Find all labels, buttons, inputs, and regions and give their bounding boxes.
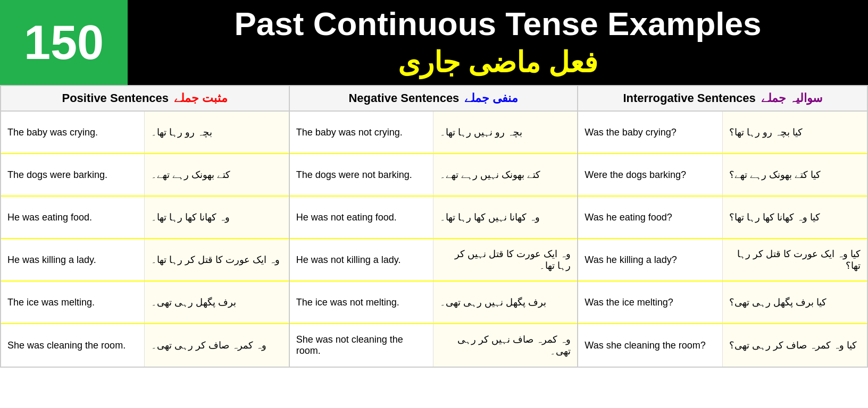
- main-table: The baby was crying. بچہ رو رہا تھا۔ The…: [0, 112, 868, 368]
- negative-urdu-label: منفی جملے: [464, 91, 518, 105]
- table-row: Was he killing a lady? کیا وہ ایک عورت ک…: [578, 239, 867, 282]
- interrogative-urdu-label: سوالیہ جملے: [761, 91, 822, 105]
- negative-label: Negative Sentences: [348, 91, 459, 105]
- positive-english-cell: The baby was crying.: [1, 112, 145, 153]
- interrogative-column: Was the baby crying? کیا بچہ رو رہا تھا؟…: [578, 112, 867, 367]
- positive-urdu-cell: کتے بھونک رہے تھے۔: [145, 154, 288, 196]
- interrogative-header: Interrogative Sentences سوالیہ جملے: [578, 86, 867, 112]
- interrogative-urdu-cell: کیا برف پگھل رہی تھی؟: [723, 282, 867, 323]
- negative-column: The baby was not crying. بچہ رو نہیں رہا…: [290, 112, 579, 367]
- positive-label: Positive Sentences: [62, 91, 169, 105]
- positive-english-cell: The dogs were barking.: [1, 154, 145, 196]
- negative-english-cell: The dogs were not barking.: [290, 154, 433, 196]
- table-row: Was she cleaning the room? کیا وہ کمرہ ص…: [578, 324, 867, 367]
- table-row: He was not killing a lady. وہ ایک عورت ک…: [290, 239, 578, 282]
- table-row: The dogs were barking. کتے بھونک رہے تھے…: [1, 154, 289, 197]
- section-headers: Positive Sentences مثبت جملے Negative Se…: [0, 85, 868, 112]
- table-row: He was killing a lady. وہ ایک عورت کا قت…: [1, 239, 289, 282]
- urdu-title: فعل ماضی جاری: [398, 46, 598, 79]
- main-title: Past Continuous Tense Examples: [234, 6, 761, 42]
- table-row: The ice was melting. برف پگھل رہی تھی۔: [1, 282, 289, 324]
- negative-english-cell: The ice was not melting.: [290, 282, 433, 323]
- positive-urdu-cell: وہ ایک عورت کا قتل کر رہا تھا۔: [145, 239, 288, 280]
- negative-urdu-cell: وہ ایک عورت کا قتل نہیں کر رہا تھا۔: [433, 239, 577, 280]
- negative-urdu-cell: بچہ رو نہیں رہا تھا۔: [433, 112, 577, 153]
- table-row: He was eating food. وہ کھانا کھا رہا تھا…: [1, 197, 289, 239]
- interrogative-urdu-cell: کیا بچہ رو رہا تھا؟: [723, 112, 867, 153]
- interrogative-english-cell: Was the ice melting?: [578, 282, 722, 323]
- interrogative-english-cell: Was he killing a lady?: [578, 239, 722, 280]
- positive-english-cell: The ice was melting.: [1, 282, 145, 323]
- positive-urdu-cell: وہ کھانا کھا رہا تھا۔: [145, 197, 288, 238]
- table-row: The ice was not melting. برف پگھل نہیں ر…: [290, 282, 578, 324]
- positive-column: The baby was crying. بچہ رو رہا تھا۔ The…: [1, 112, 290, 367]
- positive-english-cell: He was killing a lady.: [1, 239, 145, 280]
- table-row: She was cleaning the room. وہ کمرہ صاف ک…: [1, 324, 289, 367]
- number-badge: 150: [0, 0, 128, 85]
- positive-header: Positive Sentences مثبت جملے: [1, 86, 290, 112]
- negative-english-cell: She was not cleaning the room.: [290, 324, 433, 367]
- positive-urdu-cell: وہ کمرہ صاف کر رہی تھی۔: [145, 324, 288, 367]
- negative-english-cell: The baby was not crying.: [290, 112, 433, 153]
- table-row: Was he eating food? کیا وہ کھانا کھا رہا…: [578, 197, 867, 239]
- negative-urdu-cell: وہ کھانا نہیں کھا رہا تھا۔: [433, 197, 577, 238]
- interrogative-english-cell: Were the dogs barking?: [578, 154, 722, 196]
- interrogative-urdu-cell: کیا وہ ایک عورت کا قتل کر رہا تھا؟: [723, 239, 867, 280]
- interrogative-label: Interrogative Sentences: [623, 91, 755, 105]
- number-text: 150: [24, 15, 104, 70]
- table-row: Was the baby crying? کیا بچہ رو رہا تھا؟: [578, 112, 867, 154]
- table-row: Was the ice melting? کیا برف پگھل رہی تھ…: [578, 282, 867, 324]
- interrogative-english-cell: Was he eating food?: [578, 197, 722, 238]
- table-row: The baby was not crying. بچہ رو نہیں رہا…: [290, 112, 578, 154]
- header-text-area: Past Continuous Tense Examples فعل ماضی …: [128, 0, 868, 85]
- negative-english-cell: He was not eating food.: [290, 197, 433, 238]
- table-row: The baby was crying. بچہ رو رہا تھا۔: [1, 112, 289, 154]
- interrogative-english-cell: Was the baby crying?: [578, 112, 722, 153]
- negative-header: Negative Sentences منفی جملے: [290, 86, 579, 112]
- table-row: She was not cleaning the room. وہ کمرہ ص…: [290, 324, 578, 367]
- positive-urdu-cell: بچہ رو رہا تھا۔: [145, 112, 288, 153]
- table-row: Were the dogs barking? کیا کتے بھونک رہے…: [578, 154, 867, 197]
- negative-urdu-cell: وہ کمرہ صاف نہیں کر رہی تھی۔: [433, 324, 577, 367]
- interrogative-urdu-cell: کیا وہ کمرہ صاف کر رہی تھی؟: [723, 324, 867, 367]
- interrogative-urdu-cell: کیا کتے بھونک رہے تھے؟: [723, 154, 867, 196]
- positive-english-cell: She was cleaning the room.: [1, 324, 145, 367]
- negative-urdu-cell: برف پگھل نہیں رہی تھی۔: [433, 282, 577, 323]
- table-row: The dogs were not barking. کتے بھونک نہی…: [290, 154, 578, 197]
- header: 150 Past Continuous Tense Examples فعل م…: [0, 0, 868, 85]
- positive-english-cell: He was eating food.: [1, 197, 145, 238]
- negative-english-cell: He was not killing a lady.: [290, 239, 433, 280]
- negative-urdu-cell: کتے بھونک نہیں رہے تھے۔: [433, 154, 577, 196]
- table-row: He was not eating food. وہ کھانا نہیں کھ…: [290, 197, 578, 239]
- positive-urdu-label: مثبت جملے: [174, 91, 228, 105]
- positive-urdu-cell: برف پگھل رہی تھی۔: [145, 282, 288, 323]
- interrogative-urdu-cell: کیا وہ کھانا کھا رہا تھا؟: [723, 197, 867, 238]
- interrogative-english-cell: Was she cleaning the room?: [578, 324, 722, 367]
